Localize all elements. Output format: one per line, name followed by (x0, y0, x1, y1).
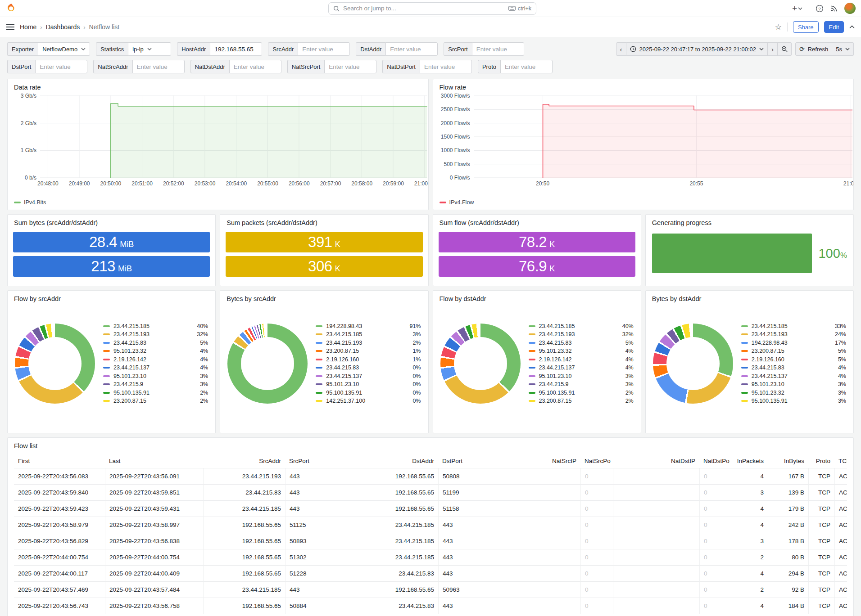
refresh-button[interactable]: ⟳ Refresh (795, 42, 832, 56)
grafana-logo[interactable] (5, 3, 17, 14)
filter-input-natdstaddr[interactable] (229, 60, 281, 73)
legend-item[interactable]: 23.44.215.19332% (103, 331, 208, 337)
table-row[interactable]: 2025-09-22T20:43:59.8402025-09-22T20:43:… (14, 485, 847, 501)
legend-item[interactable]: 23.200.87.152% (529, 398, 634, 404)
filter-input-dstaddr[interactable] (385, 42, 438, 56)
filter-value-input[interactable] (234, 63, 277, 70)
legend-item[interactable]: 23.44.215.1374% (103, 364, 208, 371)
legend-item[interactable]: 95.100.135.912% (529, 390, 634, 396)
panel-title[interactable]: Bytes by dstAddr (646, 291, 853, 304)
zoom-out-button[interactable] (778, 42, 792, 56)
legend-item[interactable]: 95.100.135.913% (741, 398, 846, 404)
col-first[interactable]: First (14, 454, 105, 468)
help-icon[interactable]: ? (816, 4, 824, 13)
legend-item[interactable]: 95.101.23.103% (103, 373, 208, 379)
filter-input-srcport[interactable] (472, 42, 524, 56)
filter-value-input[interactable] (390, 46, 433, 53)
legend-item[interactable]: 2.19.126.1424% (103, 356, 208, 363)
legend-item[interactable]: 2.19.126.1601% (316, 356, 421, 363)
legend-item[interactable]: 23.44.215.18533% (741, 323, 846, 329)
legend-item[interactable]: 23.44.215.1853% (316, 331, 421, 337)
legend-item[interactable]: 23.44.215.93% (529, 381, 634, 387)
col-inpackets[interactable]: InPackets (732, 454, 768, 468)
legend-item[interactable]: 95.101.23.103% (529, 373, 634, 379)
search-input[interactable] (343, 5, 505, 12)
col-proto[interactable]: Proto (808, 454, 834, 468)
legend-item[interactable]: 95.100.135.910% (316, 390, 421, 396)
legend-item[interactable]: 23.200.87.151% (316, 348, 421, 354)
plot-area[interactable] (474, 95, 853, 178)
legend-item[interactable]: 23.44.215.19332% (529, 331, 634, 337)
chart-legend[interactable]: IPv4.Flow (433, 198, 854, 210)
time-shift-forward-button[interactable]: › (768, 42, 778, 56)
news-icon[interactable] (830, 4, 838, 13)
donut-chart[interactable] (653, 324, 733, 404)
filter-value-input[interactable] (214, 46, 258, 53)
table-row[interactable]: 2025-09-22T20:43:58.9792025-09-22T20:43:… (14, 517, 847, 533)
legend-item[interactable]: 95.101.23.103% (741, 381, 846, 387)
col-inbytes[interactable]: InBytes (768, 454, 808, 468)
col-dstport[interactable]: DstPort (438, 454, 505, 468)
panel-title[interactable]: Sum bytes (srcAddr/dstAddr) (8, 215, 215, 228)
legend-item[interactable]: 95.101.23.324% (529, 348, 634, 354)
filter-input-proto[interactable] (500, 60, 553, 73)
legend-item[interactable]: 95.101.23.324% (103, 348, 208, 354)
filter-input-srcaddr[interactable] (298, 42, 350, 56)
panel-title[interactable]: Flow list (8, 438, 853, 451)
legend-item[interactable]: 95.100.135.912% (103, 390, 208, 396)
legend-item[interactable]: 23.44.215.1374% (529, 364, 634, 371)
col-dstaddr[interactable]: DstAddr (342, 454, 438, 468)
legend-item[interactable]: 23.44.215.835% (103, 340, 208, 346)
table-row[interactable]: 2025-09-22T20:43:57.4692025-09-22T20:43:… (14, 582, 847, 598)
table-row[interactable]: 2025-09-22T20:43:56.8292025-09-22T20:43:… (14, 533, 847, 549)
legend-item[interactable]: 194.228.98.4391% (316, 323, 421, 329)
panel-title[interactable]: Flow by srcAddr (8, 291, 215, 304)
donut-chart[interactable] (440, 324, 521, 404)
filter-value-input[interactable] (302, 46, 345, 53)
filter-value-input[interactable] (505, 63, 548, 70)
col-natsrcip[interactable]: NatSrcIP (505, 454, 580, 468)
global-search[interactable]: ctrl+k (328, 2, 536, 15)
legend-item[interactable]: 23.44.215.18540% (103, 323, 208, 329)
col-srcport[interactable]: SrcPort (285, 454, 342, 468)
col-srcaddr[interactable]: SrcAddr (203, 454, 285, 468)
filter-value-input[interactable] (424, 63, 467, 70)
filter-value-input[interactable] (137, 63, 180, 70)
favorite-star-icon[interactable]: ☆ (775, 22, 782, 32)
panel-title[interactable]: Generating progress (646, 215, 853, 228)
legend-item[interactable]: 23.44.215.834% (741, 364, 846, 371)
filter-select-statistics[interactable]: ip-ip (128, 42, 171, 56)
donut-chart[interactable] (227, 324, 308, 404)
filter-input-natsrcaddr[interactable] (132, 60, 185, 73)
legend-item[interactable]: 2.19.126.1424% (529, 356, 634, 363)
avatar[interactable] (844, 3, 856, 14)
donut-chart[interactable] (15, 324, 95, 404)
filter-select-exporter[interactable]: NetflowDemo (38, 42, 90, 56)
filter-input-natsrcport[interactable] (324, 60, 376, 73)
refresh-interval-select[interactable]: 5s (832, 42, 854, 56)
panel-title[interactable]: Sum flow (srcAddr/dstAddr) (433, 215, 641, 228)
time-range-picker[interactable]: 2025-09-22 20:47:17 to 2025-09-22 21:00:… (626, 42, 768, 56)
filter-value-input[interactable] (329, 63, 372, 70)
legend-item[interactable]: 23.44.215.830% (316, 364, 421, 371)
filter-value-input[interactable] (476, 46, 520, 53)
table-row[interactable]: 2025-09-22T20:44:00.1172025-09-22T20:44:… (14, 566, 847, 582)
filter-input-natdstport[interactable] (420, 60, 472, 73)
legend-item[interactable]: 194.228.98.4317% (741, 340, 846, 346)
legend-item[interactable]: 95.101.23.323% (741, 390, 846, 396)
filter-value-input[interactable] (40, 63, 83, 70)
menu-icon[interactable] (6, 24, 14, 30)
plot-area[interactable] (40, 95, 427, 178)
legend-item[interactable]: 95.101.23.100% (316, 381, 421, 387)
legend-item[interactable]: 23.44.215.1932% (316, 340, 421, 346)
panel-title[interactable]: Flow by dstAddr (433, 291, 641, 304)
col-tcpfla[interactable]: TCPFla (834, 454, 847, 468)
legend-item[interactable]: 23.200.87.155% (741, 348, 846, 354)
table-row[interactable]: 2025-09-22T20:44:00.7542025-09-22T20:44:… (14, 549, 847, 566)
legend-item[interactable]: 23.44.215.835% (529, 340, 634, 346)
panel-title[interactable]: Flow rate (433, 79, 854, 93)
table-row[interactable]: 2025-09-22T20:43:59.4232025-09-22T20:43:… (14, 501, 847, 517)
col-natdstpo[interactable]: NatDstPo (699, 454, 732, 468)
chart-legend[interactable]: IPv4.Bits (8, 198, 428, 210)
filter-input-hostaddr[interactable] (210, 42, 262, 56)
